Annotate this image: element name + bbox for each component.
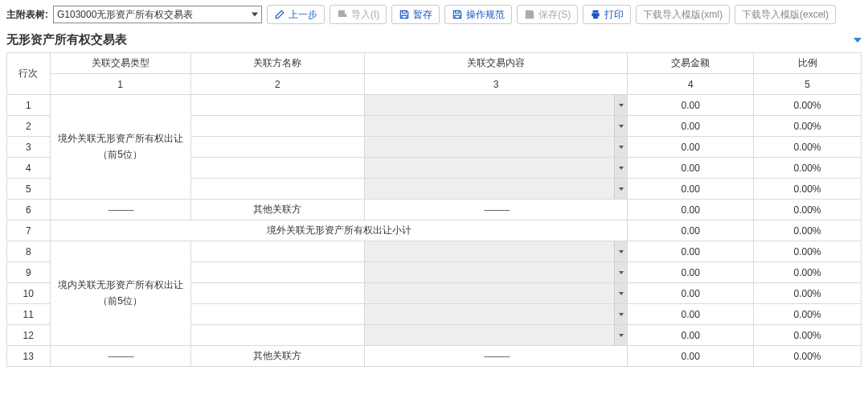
group-line2: （前5位） xyxy=(98,149,142,160)
download-xml-button[interactable]: 下载导入模版(xml) xyxy=(636,5,730,24)
col-content: 关联交易内容 xyxy=(364,53,628,74)
amount-cell[interactable]: 0.00 xyxy=(628,95,754,116)
ratio-cell[interactable]: 0.00% xyxy=(754,137,862,158)
header-row-2: 1 2 3 4 5 xyxy=(7,74,862,95)
amount-cell[interactable]: 0.00 xyxy=(628,346,754,367)
toolbar: 主附表树: G103000无形资产所有权交易表 上一步 导入(I) 暂存 操作规… xyxy=(6,5,862,24)
table-row: 8 境内关联无形资产所有权出让 （前5位） 0.00 0.00% xyxy=(7,241,862,262)
print-label: 打印 xyxy=(604,8,624,22)
toolbar-label: 主附表树: xyxy=(6,8,48,22)
row-index: 8 xyxy=(7,241,51,262)
col-row: 行次 xyxy=(7,53,51,95)
amount-cell[interactable]: 0.00 xyxy=(628,158,754,179)
amount-cell[interactable]: 0.00 xyxy=(628,116,754,137)
party-cell[interactable] xyxy=(190,325,364,346)
content-dropdown[interactable] xyxy=(364,283,628,304)
data-table: 行次 关联交易类型 关联方名称 关联交易内容 交易金额 比例 1 2 3 4 5… xyxy=(6,52,862,367)
party-cell[interactable] xyxy=(190,304,364,325)
party-cell[interactable] xyxy=(190,283,364,304)
table-row: 7 境外关联无形资产所有权出让小计 0.00 0.00% xyxy=(7,220,862,241)
row-index: 4 xyxy=(7,158,51,179)
other-party-cell: 其他关联方 xyxy=(190,346,364,367)
row-index: 1 xyxy=(7,95,51,116)
temp-save-label: 暂存 xyxy=(413,8,432,22)
row-index: 13 xyxy=(7,346,51,367)
amount-cell[interactable]: 0.00 xyxy=(628,200,754,220)
table-row: 1 境外关联无形资产所有权出让 （前5位） 0.00 0.00% xyxy=(7,95,862,116)
print-icon xyxy=(590,9,601,20)
party-cell[interactable] xyxy=(190,116,364,137)
party-cell[interactable] xyxy=(190,95,364,116)
section-header: 无形资产所有权交易表 xyxy=(6,32,862,47)
ratio-cell[interactable]: 0.00% xyxy=(754,200,862,220)
download-excel-button[interactable]: 下载导入模版(excel) xyxy=(735,5,836,24)
temp-save-button[interactable]: 暂存 xyxy=(391,5,440,24)
content-dropdown[interactable] xyxy=(364,137,628,158)
col-index-2: 2 xyxy=(190,74,364,95)
import-button[interactable]: 导入(I) xyxy=(330,5,387,24)
chevron-down-icon xyxy=(614,158,627,178)
save-icon xyxy=(399,9,410,20)
amount-cell[interactable]: 0.00 xyxy=(628,283,754,304)
ratio-cell[interactable]: 0.00% xyxy=(754,116,862,137)
save-button[interactable]: 保存(S) xyxy=(517,5,578,24)
col-ratio: 比例 xyxy=(754,53,862,74)
amount-cell[interactable]: 0.00 xyxy=(628,241,754,262)
party-cell[interactable] xyxy=(190,158,364,179)
party-cell[interactable] xyxy=(190,137,364,158)
content-dropdown[interactable] xyxy=(364,158,628,179)
form-tree-value: G103000无形资产所有权交易表 xyxy=(57,8,193,22)
table-row: 13 ——— 其他关联方 ——— 0.00 0.00% xyxy=(7,346,862,367)
col-amount: 交易金额 xyxy=(628,53,754,74)
group-outbound: 境外关联无形资产所有权出让 （前5位） xyxy=(50,95,190,200)
chevron-down-icon xyxy=(614,325,627,345)
amount-cell[interactable]: 0.00 xyxy=(628,262,754,283)
row-index: 9 xyxy=(7,262,51,283)
ratio-cell[interactable]: 0.00% xyxy=(754,179,862,200)
prev-step-button[interactable]: 上一步 xyxy=(267,5,325,24)
content-dropdown[interactable] xyxy=(364,325,628,346)
ratio-cell[interactable]: 0.00% xyxy=(754,304,862,325)
content-dropdown[interactable] xyxy=(364,179,628,200)
content-dropdown[interactable] xyxy=(364,95,628,116)
amount-cell[interactable]: 0.00 xyxy=(628,137,754,158)
ratio-cell[interactable]: 0.00% xyxy=(754,158,862,179)
party-cell[interactable] xyxy=(190,262,364,283)
import-icon xyxy=(337,9,348,20)
header-row-1: 行次 关联交易类型 关联方名称 关联交易内容 交易金额 比例 xyxy=(7,53,862,74)
save-icon xyxy=(452,9,463,20)
content-dropdown[interactable] xyxy=(364,116,628,137)
party-cell[interactable] xyxy=(190,179,364,200)
download-excel-label: 下载导入模版(excel) xyxy=(742,8,829,22)
amount-cell[interactable]: 0.00 xyxy=(628,325,754,346)
collapse-icon[interactable] xyxy=(854,38,862,43)
form-tree-select[interactable]: G103000无形资产所有权交易表 xyxy=(53,6,262,23)
amount-cell[interactable]: 0.00 xyxy=(628,304,754,325)
group-inbound: 境内关联无形资产所有权出让 （前5位） xyxy=(50,241,190,346)
content-dropdown[interactable] xyxy=(364,304,628,325)
col-party: 关联方名称 xyxy=(190,53,364,74)
guideline-label: 操作规范 xyxy=(466,8,505,22)
ratio-cell[interactable]: 0.00% xyxy=(754,241,862,262)
ratio-cell[interactable]: 0.00% xyxy=(754,346,862,367)
print-button[interactable]: 打印 xyxy=(583,5,631,24)
guideline-button[interactable]: 操作规范 xyxy=(444,5,512,24)
ratio-cell[interactable]: 0.00% xyxy=(754,325,862,346)
content-dropdown[interactable] xyxy=(364,262,628,283)
ratio-cell[interactable]: 0.00% xyxy=(754,95,862,116)
chevron-down-icon xyxy=(614,116,627,136)
save-label: 保存(S) xyxy=(538,8,571,22)
row-index: 3 xyxy=(7,137,51,158)
row-index: 5 xyxy=(7,179,51,200)
amount-cell: 0.00 xyxy=(628,220,754,241)
content-dropdown[interactable] xyxy=(364,241,628,262)
ratio-cell[interactable]: 0.00% xyxy=(754,262,862,283)
party-cell[interactable] xyxy=(190,241,364,262)
ratio-cell[interactable]: 0.00% xyxy=(754,283,862,304)
amount-cell[interactable]: 0.00 xyxy=(628,179,754,200)
col-index-1: 1 xyxy=(50,74,190,95)
row-index: 12 xyxy=(7,325,51,346)
table-row: 6 ——— 其他关联方 ——— 0.00 0.00% xyxy=(7,200,862,220)
row-index: 7 xyxy=(7,220,51,241)
dash-cell: ——— xyxy=(50,200,190,220)
